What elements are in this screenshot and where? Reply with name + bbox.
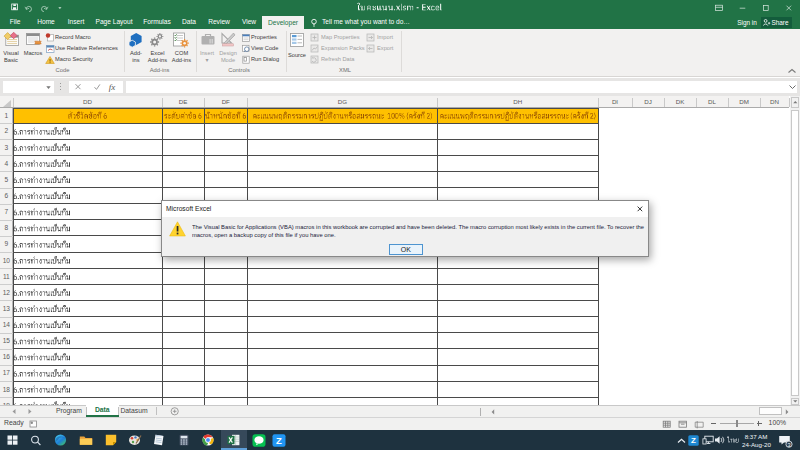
svg-text:fx: fx <box>108 82 114 92</box>
svg-text:3: 3 <box>787 441 790 447</box>
svg-text:Z: Z <box>276 435 282 446</box>
svg-text:Z: Z <box>691 436 696 445</box>
